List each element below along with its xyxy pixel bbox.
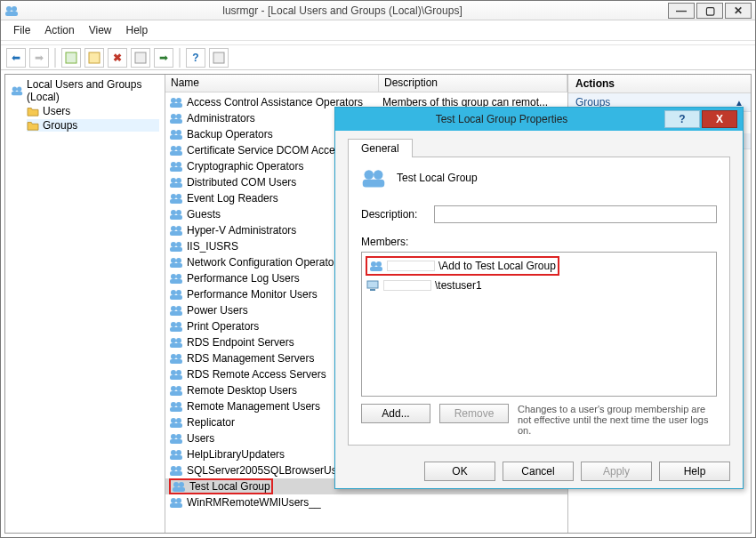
group-icon	[169, 336, 183, 349]
group-icon	[169, 96, 183, 108]
group-icon	[169, 224, 183, 237]
list-header: Name Description	[165, 75, 567, 92]
member-item[interactable]: \Add to Test Local Group	[369, 258, 556, 274]
collapse-icon: ▲	[735, 98, 744, 108]
group-name: Test Local Group	[397, 172, 478, 184]
row-name: Administrators	[183, 112, 255, 124]
dialog-help-button[interactable]: ?	[664, 110, 700, 128]
actions-header: Actions	[568, 75, 751, 93]
window-title: lusrmgr - [Local Users and Groups (Local…	[222, 4, 462, 17]
group-icon	[169, 272, 183, 285]
row-name: Network Configuration Operators	[183, 256, 342, 269]
row-name: Performance Monitor Users	[183, 288, 318, 301]
remove-button[interactable]: Remove	[439, 404, 509, 423]
row-name: Users	[183, 432, 214, 445]
row-name: Print Operators	[183, 320, 259, 333]
members-list[interactable]: \Add to Test Local Group \testuser1	[361, 252, 717, 397]
group-icon	[169, 384, 183, 397]
group-icon	[169, 192, 183, 205]
forward-button[interactable]: ➡	[29, 48, 49, 68]
group-icon	[169, 208, 183, 221]
menu-view[interactable]: View	[82, 22, 119, 38]
group-icon	[172, 480, 186, 493]
redacted-domain	[387, 261, 435, 271]
tree-root[interactable]: Local Users and Groups (Local)	[11, 78, 159, 103]
toolbar-btn-3[interactable]	[131, 48, 150, 68]
group-icon	[169, 496, 183, 509]
row-name: IIS_IUSRS	[183, 240, 238, 253]
membership-note: Changes to a user's group membership are…	[518, 404, 717, 436]
group-icon	[169, 400, 183, 413]
tree-users[interactable]: Users	[27, 105, 159, 117]
group-icon	[369, 260, 383, 272]
tab-panel-general: Test Local Group Description: Members: \…	[348, 157, 730, 446]
folder-icon	[27, 120, 39, 131]
col-desc[interactable]: Description	[379, 75, 567, 92]
toolbar-btn-1[interactable]	[61, 48, 81, 68]
back-button[interactable]: ⬅	[6, 48, 26, 68]
svg-rect-9	[135, 52, 146, 63]
dialog-titlebar: Test Local Group Properties ? X	[335, 108, 743, 131]
dialog-buttons: OK Cancel Apply Help	[335, 454, 743, 488]
row-name: Test Local Group	[186, 480, 270, 493]
minimize-button[interactable]: —	[668, 3, 695, 19]
row-name: Remote Desktop Users	[183, 384, 297, 397]
group-icon	[169, 288, 183, 301]
ok-button[interactable]: OK	[424, 462, 495, 481]
app-icon	[4, 4, 19, 17]
group-icon	[169, 144, 183, 157]
group-icon	[169, 160, 183, 173]
group-icon	[169, 416, 183, 429]
cancel-button[interactable]: Cancel	[503, 462, 574, 481]
member-item[interactable]: \testuser1	[366, 277, 712, 293]
dialog-title: Test Local Group Properties	[341, 113, 663, 125]
menu-action[interactable]: Action	[37, 22, 81, 38]
member-label: \testuser1	[435, 279, 482, 292]
properties-dialog: Test Local Group Properties ? X General …	[334, 107, 744, 489]
menubar: File Action View Help	[1, 20, 755, 40]
col-name[interactable]: Name	[165, 75, 379, 92]
redacted-domain	[383, 280, 431, 291]
description-label: Description:	[361, 208, 423, 221]
help-button[interactable]: ?	[186, 48, 205, 68]
apply-button[interactable]: Apply	[581, 462, 652, 481]
tab-general[interactable]: General	[348, 139, 413, 157]
dialog-close-button[interactable]: X	[702, 110, 737, 128]
toolbar-btn-4[interactable]: ➡	[154, 48, 173, 68]
group-icon	[169, 368, 183, 381]
group-icon	[169, 352, 183, 365]
row-name: RDS Management Servers	[183, 352, 314, 365]
toolbar-btn-5[interactable]	[209, 48, 229, 68]
row-name: RDS Endpoint Servers	[183, 336, 294, 349]
members-label: Members:	[361, 236, 717, 248]
menu-file[interactable]: File	[6, 22, 37, 38]
maximize-button[interactable]: ▢	[696, 3, 723, 19]
group-icon	[169, 464, 183, 477]
row-name: Power Users	[183, 304, 248, 317]
group-icon	[169, 128, 183, 141]
toolbar-btn-2[interactable]	[84, 48, 104, 68]
group-icon	[361, 166, 386, 189]
group-icon	[169, 320, 183, 333]
group-icon	[169, 448, 183, 461]
dialog-help-button[interactable]: Help	[659, 462, 730, 481]
tree-root-label: Local Users and Groups (Local)	[27, 78, 159, 103]
svg-rect-8	[89, 52, 100, 63]
description-input[interactable]	[434, 205, 717, 223]
list-row[interactable]: WinRMRemoteWMIUsers__	[165, 494, 567, 510]
toolbar: ⬅ ➡ ✖ ➡ ?	[1, 45, 755, 70]
svg-rect-7	[66, 52, 76, 63]
members-highlight: \Add to Test Local Group	[366, 256, 559, 276]
titlebar: lusrmgr - [Local Users and Groups (Local…	[1, 1, 755, 20]
folder-icon	[27, 106, 39, 116]
member-label: \Add to Test Local Group	[438, 260, 556, 272]
row-name: Distributed COM Users	[183, 176, 296, 189]
menu-help[interactable]: Help	[119, 22, 156, 38]
user-icon	[366, 279, 380, 292]
row-name: HelpLibraryUpdaters	[183, 448, 285, 461]
tree-groups[interactable]: Groups	[27, 119, 159, 132]
group-icon	[169, 304, 183, 317]
add-button[interactable]: Add...	[361, 404, 430, 423]
close-button[interactable]: ✕	[725, 3, 752, 19]
delete-button[interactable]: ✖	[108, 48, 127, 68]
